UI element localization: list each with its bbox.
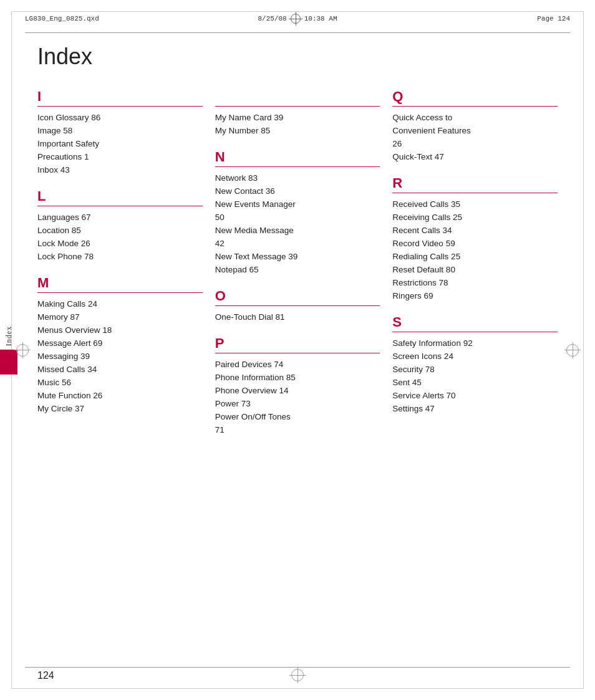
entry-received-calls: Received Calls 35 [392, 198, 558, 211]
page-content: Index I Icon Glossary 86 Image 58 Import… [37, 44, 558, 656]
entry-safety-information: Safety Information 92 [392, 337, 558, 350]
index-column-2: My Name Card 39 My Number 85 N Network 8… [215, 89, 380, 448]
entry-my-number: My Number 85 [215, 125, 380, 138]
header-time: 10:38 AM [304, 15, 337, 22]
section-rule-P [215, 353, 380, 353]
section-rule-O [215, 305, 380, 306]
section-rule-I [37, 106, 203, 107]
entry-image: Image 58 [37, 125, 203, 138]
top-rule [25, 32, 570, 33]
section-rule-S [392, 332, 558, 332]
entry-reset-default: Reset Default 80 [392, 264, 558, 277]
header-filename: LG830_Eng_0825.qxd [25, 15, 258, 22]
entry-my-name-card: My Name Card 39 [215, 112, 380, 125]
section-rule-L [37, 206, 203, 206]
section-letter-P: P [215, 335, 380, 352]
entry-icon-glossary: Icon Glossary 86 [37, 112, 203, 125]
page-header: LG830_Eng_0825.qxd 8/25/08 10:38 AM Page… [25, 14, 570, 24]
entry-new-contact: New Contact 36 [215, 185, 380, 198]
entry-recent-calls: Recent Calls 34 [392, 224, 558, 237]
entry-new-text-message: New Text Message 39 [215, 251, 380, 264]
entry-phone-overview: Phone Overview 14 [215, 385, 380, 398]
index-column-3: Q Quick Access toConvenient Features26 Q… [392, 89, 558, 448]
entry-record-video: Record Video 59 [392, 237, 558, 251]
entry-quick-text: Quick-Text 47 [392, 151, 558, 164]
section-Q: Q Quick Access toConvenient Features26 Q… [392, 89, 558, 164]
index-grid: I Icon Glossary 86 Image 58 Important Sa… [37, 89, 558, 448]
entry-screen-icons: Screen Icons 24 [392, 350, 558, 363]
reg-mark-header [291, 14, 301, 24]
entry-paired-devices: Paired Devices 74 [215, 358, 380, 372]
entry-my-circle: My Circle 37 [37, 403, 203, 416]
reg-mark-right [566, 344, 579, 357]
entry-restrictions: Restrictions 78 [392, 277, 558, 290]
section-letter-N: N [215, 149, 380, 165]
section-rule-my [215, 106, 380, 107]
header-page: Page 124 [337, 15, 570, 22]
reg-mark-left [16, 344, 29, 357]
entry-lock-phone: Lock Phone 78 [37, 251, 203, 264]
section-rule-Q [392, 106, 558, 107]
header-center: 8/25/08 10:38 AM [258, 14, 337, 24]
side-tab-bar [0, 350, 17, 375]
entry-languages: Languages 67 [37, 211, 203, 224]
entry-new-events-manager: New Events Manager50 [215, 198, 380, 224]
section-letter-Q: Q [392, 89, 558, 105]
entry-network: Network 83 [215, 172, 380, 185]
entry-settings: Settings 47 [392, 403, 558, 416]
entry-messaging: Messaging 39 [37, 350, 203, 363]
entry-notepad: Notepad 65 [215, 264, 380, 277]
section-letter-S: S [392, 314, 558, 330]
section-rule-R [392, 193, 558, 193]
entry-inbox: Inbox 43 [37, 164, 203, 177]
entry-power: Power 73 [215, 398, 380, 411]
section-P: P Paired Devices 74 Phone Information 85… [215, 335, 380, 437]
section-rule-N [215, 166, 380, 167]
entry-security: Security 78 [392, 363, 558, 376]
section-M: M Making Calls 24 Memory 87 Menus Overvi… [37, 275, 203, 416]
section-letter-R: R [392, 175, 558, 191]
entry-missed-calls: Missed Calls 34 [37, 363, 203, 376]
entry-power-onoff-tones: Power On/Off Tones71 [215, 411, 380, 437]
section-S: S Safety Information 92 Screen Icons 24 … [392, 314, 558, 416]
entry-memory: Memory 87 [37, 311, 203, 324]
section-R: R Received Calls 35 Receiving Calls 25 R… [392, 175, 558, 303]
section-letter-L: L [37, 188, 203, 204]
entry-quick-access: Quick Access toConvenient Features26 [392, 112, 558, 151]
entry-making-calls: Making Calls 24 [37, 298, 203, 311]
page-number: 124 [37, 670, 54, 681]
index-column-1: I Icon Glossary 86 Image 58 Important Sa… [37, 89, 203, 448]
section-N: N Network 83 New Contact 36 New Events M… [215, 149, 380, 277]
section-O: O One-Touch Dial 81 [215, 288, 380, 324]
entry-service-alerts: Service Alerts 70 [392, 390, 558, 403]
section-letter-M: M [37, 275, 203, 291]
entry-message-alert: Message Alert 69 [37, 337, 203, 350]
entry-phone-information: Phone Information 85 [215, 372, 380, 385]
entry-menus-overview: Menus Overview 18 [37, 324, 203, 337]
section-my-continued: My Name Card 39 My Number 85 [215, 89, 380, 138]
entry-sent: Sent 45 [392, 376, 558, 390]
section-I: I Icon Glossary 86 Image 58 Important Sa… [37, 89, 203, 177]
reg-mark-bottom [291, 669, 304, 681]
entry-important-safety: Important SafetyPrecautions 1 [37, 138, 203, 164]
entry-receiving-calls: Receiving Calls 25 [392, 211, 558, 224]
entry-mute-function: Mute Function 26 [37, 390, 203, 403]
section-letter-O: O [215, 288, 380, 304]
entry-new-media-message: New Media Message42 [215, 224, 380, 251]
entry-redialing-calls: Redialing Calls 25 [392, 251, 558, 264]
entry-music: Music 56 [37, 376, 203, 390]
entry-lock-mode: Lock Mode 26 [37, 237, 203, 251]
bottom-rule [25, 667, 570, 668]
entry-one-touch-dial: One-Touch Dial 81 [215, 311, 380, 324]
section-letter-I: I [37, 89, 203, 105]
entry-location: Location 85 [37, 224, 203, 237]
header-date: 8/25/08 [258, 15, 286, 22]
section-rule-M [37, 292, 203, 293]
section-L: L Languages 67 Location 85 Lock Mode 26 … [37, 188, 203, 264]
entry-ringers: Ringers 69 [392, 290, 558, 303]
side-tab-label: Index [4, 325, 14, 345]
page-title: Index [37, 44, 558, 70]
